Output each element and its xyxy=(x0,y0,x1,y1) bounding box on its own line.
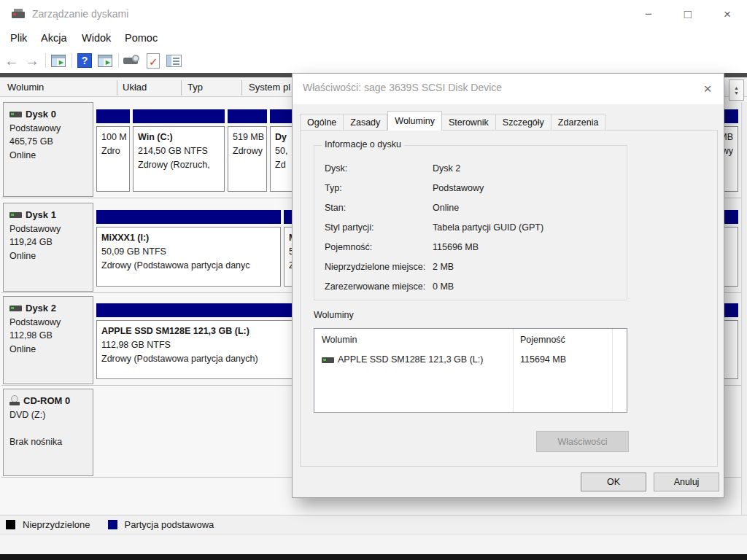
cdrom-name: CD-ROM 0 xyxy=(23,395,70,406)
partition[interactable]: 100 M Zdro xyxy=(96,101,130,198)
table-header-pojemnosc[interactable]: Pojemność xyxy=(520,335,565,345)
title-bar: Zarządzanie dyskami − □ × xyxy=(0,0,747,29)
field-label-zarezerwowane: Zarezerwowane miejsce: xyxy=(325,281,425,292)
column-wolumin[interactable]: Wolumin xyxy=(7,82,44,93)
maximize-button[interactable]: □ xyxy=(668,0,708,29)
legend-swatch-unallocated xyxy=(6,520,15,529)
disk-info-groupbox: Informacje o dysku Dysk: Dysk 2 Typ: Pod… xyxy=(314,145,627,300)
disk2-label-panel[interactable]: Dysk 2 Podstawowy 112,98 GB Online xyxy=(3,296,93,384)
disk-management-app-icon xyxy=(12,9,26,20)
disk2-type: Podstawowy xyxy=(9,317,88,327)
table-row-capacity[interactable]: 115694 MB xyxy=(520,354,566,365)
scroll-toggle-button[interactable]: ▲ ▼ xyxy=(729,79,744,101)
partition-header-bar xyxy=(96,210,281,224)
properties-dialog: Właściwości: sage 3639S SCSI Disk Device… xyxy=(292,73,724,498)
cdrom-status: Brak nośnika xyxy=(9,437,88,447)
field-value-typ: Podstawowy xyxy=(433,183,484,193)
status-strip xyxy=(0,534,747,554)
dialog-close-button[interactable]: × xyxy=(697,79,718,99)
disk1-status: Online xyxy=(9,251,88,261)
field-value-pojemnosc: 115696 MB xyxy=(433,242,479,252)
column-separator[interactable] xyxy=(117,80,117,96)
volumes-table[interactable]: Wolumin Pojemność APPLE SSD SM128E 121,3… xyxy=(314,328,627,413)
disk-tool-button[interactable] xyxy=(123,52,140,69)
table-row-volume[interactable]: APPLE SSD SM128E 121,3 GB (L:) xyxy=(338,354,483,365)
action-pane-button[interactable]: ▶ xyxy=(96,52,114,69)
partition[interactable]: Win (C:) 214,50 GB NTFS Zdrowy (Rozruch, xyxy=(133,101,225,198)
caret-up-icon: ▲ xyxy=(734,85,739,90)
tab-zdarzenia[interactable]: Zdarzenia xyxy=(551,114,606,131)
check-disk-button[interactable]: ✓ xyxy=(144,52,162,69)
back-arrow-icon: ← xyxy=(4,52,19,69)
field-label-styl-partycji: Styl partycji: xyxy=(325,222,374,233)
legend-swatch-primary xyxy=(108,520,117,529)
field-label-dysk: Dysk: xyxy=(325,163,347,174)
partition[interactable]: MiXXX1 (I:) 50,09 GB NTFS Zdrowy (Podsta… xyxy=(96,201,281,292)
disk2-size: 112,98 GB xyxy=(9,330,88,341)
partition-header-bar xyxy=(133,109,225,123)
drive-icon xyxy=(9,112,22,117)
disk1-size: 119,24 GB xyxy=(9,237,88,247)
field-value-zarezerwowane: 0 MB xyxy=(433,281,454,292)
table-header-wolumin[interactable]: Wolumin xyxy=(322,335,357,345)
legend-label-unallocated: Nieprzydzielone xyxy=(23,519,90,530)
column-system-plikow[interactable]: System pl xyxy=(249,82,290,93)
cancel-button[interactable]: Anuluj xyxy=(654,472,719,491)
check-document-icon: ✓ xyxy=(147,53,160,69)
field-value-nieprzydzielone: 2 MB xyxy=(433,262,454,272)
drive-icon xyxy=(9,306,22,311)
disk1-name: Dysk 1 xyxy=(26,209,56,220)
column-typ[interactable]: Typ xyxy=(187,82,203,93)
tab-sterownik[interactable]: Sterownik xyxy=(442,114,496,131)
groupbox-title: Informacje o dysku xyxy=(322,139,404,149)
help-button[interactable]: ? xyxy=(76,52,93,69)
details-pane-button[interactable]: ▶ xyxy=(50,52,67,69)
help-icon: ? xyxy=(77,53,92,68)
volume-icon xyxy=(322,357,334,363)
volumes-section-label: Woluminy xyxy=(314,310,354,320)
field-label-nieprzydzielone: Nieprzydzielone miejsce: xyxy=(325,262,425,272)
vertical-scrollbar[interactable] xyxy=(741,102,747,515)
cdrom-label-panel[interactable]: CD-ROM 0 DVD (Z:) Brak nośnika xyxy=(3,389,93,476)
tab-zasady[interactable]: Zasady xyxy=(344,114,387,131)
properties-button-disabled[interactable]: Właściwości xyxy=(536,431,629,452)
disk-tool-icon xyxy=(123,55,139,66)
ok-button[interactable]: OK xyxy=(581,472,646,491)
column-separator[interactable] xyxy=(241,80,242,96)
toolbar-separator xyxy=(118,53,119,68)
partition-header-bar xyxy=(228,109,267,123)
disk0-label-panel[interactable]: Dysk 0 Podstawowy 465,75 GB Online xyxy=(3,102,93,197)
toolbar: ← → ▶ ? ▶ ✓ xyxy=(0,49,747,73)
dialog-tabs: Ogólne Zasady Woluminy Sterownik Szczegó… xyxy=(300,112,605,131)
tab-ogolne[interactable]: Ogólne xyxy=(300,114,344,131)
menu-widok[interactable]: Widok xyxy=(82,32,111,44)
properties-toolbar-button[interactable] xyxy=(165,52,182,69)
field-label-typ: Typ: xyxy=(325,183,342,193)
dialog-title-bar: Właściwości: sage 3639S SCSI Disk Device… xyxy=(293,74,724,104)
menu-akcja[interactable]: Akcja xyxy=(41,32,66,44)
field-value-stan: Online xyxy=(433,203,459,213)
tab-szczegoly[interactable]: Szczegóły xyxy=(496,114,551,131)
minimize-button[interactable]: − xyxy=(629,0,668,29)
disk1-type: Podstawowy xyxy=(9,224,88,234)
tab-woluminy[interactable]: Woluminy xyxy=(387,111,442,131)
disk1-label-panel[interactable]: Dysk 1 Podstawowy 119,24 GB Online xyxy=(3,203,93,292)
legend-label-primary: Partycja podstawowa xyxy=(125,519,214,530)
dialog-title: Właściwości: sage 3639S SCSI Disk Device xyxy=(303,82,502,93)
menu-plik[interactable]: Plik xyxy=(10,32,27,44)
cdrom-drive: DVD (Z:) xyxy=(9,410,88,420)
properties-list-icon xyxy=(166,55,182,67)
partition[interactable]: 519 MB Zdrowy xyxy=(228,101,267,198)
menu-pomoc[interactable]: Pomoc xyxy=(125,32,158,44)
disk2-name: Dysk 2 xyxy=(26,303,56,314)
forward-button[interactable]: → xyxy=(23,52,41,69)
cd-icon xyxy=(9,397,20,405)
column-uklad[interactable]: Układ xyxy=(123,82,147,93)
table-column-divider xyxy=(612,329,613,412)
column-separator[interactable] xyxy=(181,80,182,96)
field-value-dysk: Dysk 2 xyxy=(433,163,460,174)
field-value-styl-partycji: Tabela partycji GUID (GPT) xyxy=(433,222,543,233)
maximize-icon: □ xyxy=(684,7,692,22)
close-button[interactable]: × xyxy=(708,0,747,29)
back-button[interactable]: ← xyxy=(3,52,20,69)
